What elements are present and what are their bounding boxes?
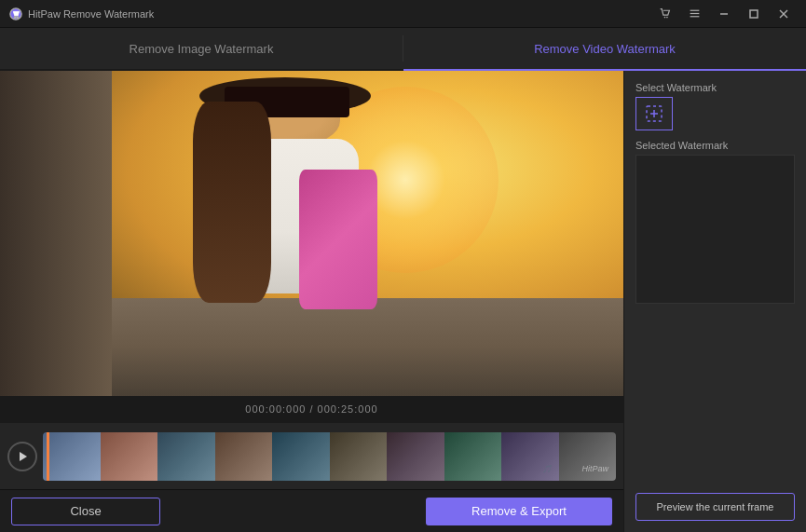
window-close-button[interactable] — [771, 5, 797, 23]
video-frame — [0, 71, 623, 396]
app-title: HitPaw Remove Watermark — [28, 8, 651, 20]
selected-watermark-label: Selected Watermark — [635, 140, 795, 151]
title-bar: HitPaw Remove Watermark — [0, 0, 806, 28]
export-button[interactable]: Remove & Export — [426, 498, 612, 525]
time-display: 000:00:000 / 000:25:000 — [0, 396, 623, 422]
figure-area — [137, 77, 449, 387]
cart-button[interactable] — [651, 5, 677, 23]
minimize-icon — [719, 9, 729, 19]
figure-backpack — [299, 170, 377, 308]
svg-rect-9 — [750, 10, 758, 18]
preview-button[interactable]: Preview the current frame — [635, 493, 795, 521]
svg-point-2 — [17, 16, 19, 18]
selected-watermark-preview — [635, 155, 795, 304]
menu-button[interactable] — [681, 5, 707, 23]
tab-image[interactable]: Remove Image Watermark — [0, 28, 403, 71]
figure-hair-left — [193, 102, 271, 303]
left-panel: 000:00:000 / 000:25:000 — [0, 71, 623, 532]
select-watermark-box[interactable] — [635, 97, 673, 130]
timeline-area[interactable]: 🎵 HitPaw — [0, 422, 623, 489]
playhead[interactable] — [47, 432, 49, 481]
thumbnail-8 — [444, 432, 502, 481]
maximize-button[interactable] — [741, 5, 767, 23]
thumbnail-7 — [387, 432, 444, 481]
thumbnail-5 — [272, 432, 330, 481]
thumbnails-strip: 🎵 HitPaw — [43, 432, 616, 481]
svg-point-3 — [663, 17, 665, 19]
thumbnail-1 — [43, 432, 101, 481]
play-icon — [17, 451, 28, 462]
maximize-icon — [749, 9, 758, 19]
building-left — [0, 71, 112, 396]
select-watermark-label: Select Watermark — [635, 82, 795, 93]
watermark-text-2: HitPaw — [581, 464, 608, 473]
minimize-button[interactable] — [711, 5, 737, 23]
selection-icon — [644, 103, 664, 124]
menu-icon — [689, 7, 701, 20]
main-content: 000:00:000 / 000:25:000 — [0, 71, 806, 532]
watermark-text-1: 🎵 — [542, 465, 552, 473]
window-controls — [651, 5, 797, 23]
selected-watermark-section: Selected Watermark — [635, 140, 795, 484]
svg-point-4 — [666, 17, 668, 19]
app-logo-icon — [9, 7, 22, 20]
cart-icon — [659, 7, 671, 20]
svg-marker-12 — [20, 452, 27, 461]
bottom-bar: Close Remove & Export — [0, 489, 623, 532]
thumbnail-6 — [330, 432, 388, 481]
tab-video[interactable]: Remove Video Watermark — [403, 28, 806, 71]
play-button[interactable] — [7, 442, 37, 471]
video-display[interactable] — [0, 71, 623, 396]
select-watermark-section: Select Watermark — [635, 82, 795, 130]
thumbnail-9: 🎵 — [501, 432, 559, 481]
thumbnail-3 — [157, 432, 215, 481]
timeline-track[interactable]: 🎵 HitPaw — [43, 432, 616, 481]
thumbnail-10: HitPaw — [559, 432, 617, 481]
tab-bar: Remove Image Watermark Remove Video Wate… — [0, 28, 806, 71]
window-close-icon — [779, 9, 788, 19]
close-button[interactable]: Close — [11, 498, 160, 525]
svg-point-1 — [14, 16, 16, 18]
right-panel: Select Watermark Selected Watermark Prev… — [623, 71, 806, 532]
thumbnail-4 — [215, 432, 273, 481]
thumbnail-2 — [101, 432, 158, 481]
